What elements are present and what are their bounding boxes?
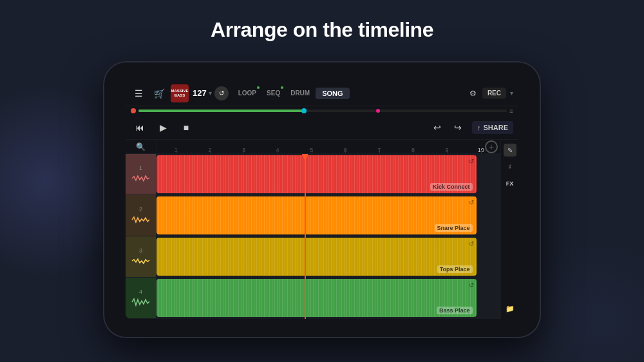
track-number-4: 4: [139, 289, 142, 295]
ruler-mark-9: 9: [430, 147, 464, 153]
ruler-mark-4: 4: [261, 147, 295, 153]
track-number-2: 2: [139, 206, 142, 213]
waveform-4: [131, 296, 151, 308]
tab-song[interactable]: SONG: [316, 88, 349, 99]
clip-label-2: Snare Place: [435, 224, 473, 232]
controls-row: ⏮ ▶ ■ ↩ ↪ ↑ SHARE: [126, 115, 518, 140]
seq-dot: [281, 86, 283, 89]
redo-button[interactable]: ↪: [449, 119, 467, 137]
ruler-marks: 1 2 3 4 5 6 7 8 9 10: [159, 140, 498, 153]
undo-button[interactable]: ↩: [428, 119, 446, 137]
ruler-mark-8: 8: [396, 147, 430, 153]
play-button[interactable]: ▶: [154, 119, 172, 137]
tune-button[interactable]: ♯: [502, 159, 518, 175]
tracks-content: ↺ Kick Connect ↺ Snare Place: [156, 154, 500, 319]
ruler-spacer: 🔍: [126, 140, 156, 154]
track-row-4: ↺ Bass Place: [156, 278, 500, 319]
zoom-icon[interactable]: 🔍: [136, 142, 146, 151]
track-row-2: ↺ Snare Place: [156, 195, 500, 236]
clip-loop-icon-2: ↺: [469, 199, 474, 206]
clip-waveform-3: [156, 238, 477, 276]
progress-marker: [376, 109, 380, 113]
clip-label-1: Kick Connect: [430, 183, 473, 191]
track-clip-4[interactable]: ↺ Bass Place: [156, 279, 477, 317]
waveform-3: [131, 255, 151, 267]
track-label-1[interactable]: 1: [126, 154, 156, 195]
phone-body: ☰ 🛒 MASSIVEBASS 127 ▾ ↺ LOOP: [103, 61, 541, 338]
bpm-area[interactable]: 127 ▾: [193, 88, 212, 98]
track-number-3: 3: [139, 247, 142, 254]
tab-seq[interactable]: SEQ: [262, 88, 285, 99]
share-icon: ↑: [477, 124, 481, 131]
track-label-2[interactable]: 2: [126, 195, 156, 236]
expand-icon: ✎: [504, 144, 516, 157]
timeline-main: 1 2 3 4 5 6 7 8 9 10 +: [156, 140, 500, 319]
track-clip-2[interactable]: ↺ Snare Place: [156, 196, 477, 234]
progress-fill: [138, 110, 304, 112]
track-row-1: ↺ Kick Connect: [156, 154, 500, 195]
ruler-mark-7: 7: [363, 147, 397, 153]
menu-button[interactable]: ☰: [129, 84, 147, 102]
bpm-dropdown-icon: ▾: [209, 90, 212, 97]
clip-loop-icon-4: ↺: [469, 281, 474, 289]
folder-button[interactable]: 📁: [502, 301, 518, 316]
track-label-4[interactable]: 4: [126, 278, 156, 319]
cart-icon: 🛒: [154, 88, 165, 99]
clip-label-3: Tops Place: [437, 265, 473, 273]
lines-icon: ≡: [509, 108, 513, 115]
dropdown-chevron[interactable]: ▾: [509, 90, 515, 97]
track-clip-1[interactable]: ↺ Kick Connect: [156, 155, 477, 193]
undo-redo-group: ↩ ↪: [428, 119, 467, 137]
album-art[interactable]: MASSIVEBASS: [171, 84, 189, 102]
playhead: [305, 154, 306, 319]
ruler-mark-6: 6: [328, 147, 363, 153]
track-clip-3[interactable]: ↺ Tops Place: [156, 238, 477, 276]
right-panel: ✎ ♯ FX 📁: [500, 140, 518, 319]
top-bar: ☰ 🛒 MASSIVEBASS 127 ▾ ↺ LOOP: [126, 81, 518, 106]
mixer-button[interactable]: ⚙: [466, 87, 480, 100]
share-button[interactable]: ↑ SHARE: [472, 121, 513, 134]
waveform-1: [131, 173, 151, 184]
metronome-button[interactable]: ↺: [214, 86, 229, 100]
clip-label-4: Bass Place: [437, 307, 473, 314]
time-ruler: 1 2 3 4 5 6 7 8 9 10 +: [156, 140, 500, 154]
expand-button[interactable]: ✎: [502, 142, 518, 158]
clip-waveform-1: [156, 155, 477, 193]
cart-button[interactable]: 🛒: [150, 84, 168, 102]
phone-mockup: ☰ 🛒 MASSIVEBASS 127 ▾ ↺ LOOP: [103, 61, 541, 338]
waveform-2: [131, 214, 151, 225]
timeline-area: 🔍 1 2: [126, 140, 518, 319]
rewind-button[interactable]: ⏮: [131, 119, 149, 137]
track-number-1: 1: [139, 165, 142, 171]
ruler-mark-5: 5: [294, 147, 328, 153]
progress-start-dot: [131, 108, 136, 113]
track-label-3[interactable]: 3: [126, 236, 156, 278]
fx-button[interactable]: FX: [502, 176, 518, 191]
mode-tabs: LOOP SEQ DRUM SONG: [234, 88, 464, 99]
bpm-value: 127: [193, 88, 207, 98]
tab-drum[interactable]: DRUM: [286, 88, 314, 99]
clip-loop-icon-1: ↺: [469, 158, 474, 165]
progress-thumb[interactable]: [301, 108, 307, 113]
clip-waveform-2: [156, 196, 477, 234]
tab-loop[interactable]: LOOP: [234, 88, 261, 99]
progress-area: ≡: [126, 106, 518, 115]
track-labels-column: 🔍 1 2: [126, 140, 156, 319]
clip-loop-icon-3: ↺: [469, 240, 474, 247]
loop-dot: [257, 86, 260, 89]
progress-bar[interactable]: [138, 110, 507, 112]
ruler-mark-2: 2: [193, 147, 227, 153]
app-screen: ☰ 🛒 MASSIVEBASS 127 ▾ ↺ LOOP: [126, 81, 518, 319]
ruler-mark-1: 1: [159, 147, 193, 153]
metronome-icon: ↺: [219, 90, 224, 97]
stop-button[interactable]: ■: [177, 119, 195, 137]
add-track-button[interactable]: +: [485, 140, 498, 153]
ruler-mark-3: 3: [227, 147, 261, 153]
menu-icon: ☰: [135, 88, 143, 99]
page-headline: Arrange on the timeline: [0, 18, 644, 42]
clip-waveform-4: [156, 279, 477, 317]
track-row-3: ↺ Tops Place: [156, 236, 500, 278]
rec-button[interactable]: REC: [482, 88, 506, 99]
